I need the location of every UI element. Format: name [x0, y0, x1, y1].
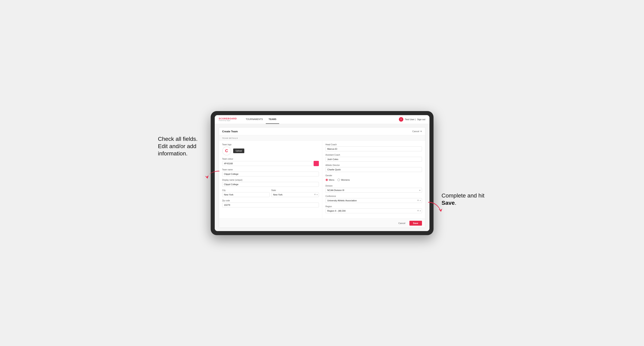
color-input-row — [222, 161, 319, 166]
division-select[interactable]: NCAA Division III — [326, 188, 422, 193]
user-name: Test User | — [405, 118, 416, 121]
gender-group: Gender Mens Womens — [326, 174, 422, 182]
gender-radio-group: Mens Womens — [326, 177, 422, 182]
gender-mens-radio[interactable] — [326, 179, 328, 181]
footer-save-button[interactable]: Save — [410, 221, 422, 226]
state-select-actions: ✕ ▾ — [314, 192, 319, 197]
modal-box: Create Team Cancel ✕ TEAM DETAILS — [219, 127, 426, 228]
state-select[interactable]: New York — [271, 192, 319, 197]
athletic-director-input[interactable] — [326, 167, 422, 172]
zip-code-group: Zip code — [222, 199, 319, 207]
head-coach-input[interactable] — [326, 147, 422, 151]
city-subgroup: City — [222, 189, 270, 197]
footer-cancel-button[interactable]: Cancel — [396, 221, 408, 225]
gender-label: Gender — [326, 174, 422, 177]
arrow-left — [203, 170, 221, 181]
close-icon: ✕ — [420, 130, 422, 133]
gender-womens-label: Womens — [341, 179, 350, 181]
color-swatch[interactable] — [314, 161, 319, 166]
region-select-wrapper: Region II - (M) DIII ✕ ▾ — [326, 208, 422, 213]
conference-select[interactable]: University Athletic Association — [326, 198, 422, 203]
form-right-col: Head Coach Assistant Coach Athletic Dire… — [322, 141, 425, 218]
zip-input[interactable] — [222, 202, 319, 207]
navbar: SCOREBOARD Powered by clippd TOURNAMENTS… — [215, 115, 430, 124]
conference-chevron-icon: ▾ — [420, 199, 421, 201]
modal-title: Create Team — [222, 130, 238, 133]
display-name-input[interactable] — [222, 182, 319, 187]
form-left-col: Team logo C Upload Team colo — [219, 141, 322, 218]
section-label: TEAM DETAILS — [219, 135, 425, 141]
gender-mens-label: Mens — [329, 179, 334, 181]
city-state-group: City State New York — [222, 189, 319, 197]
state-subgroup: State New York ✕ ▾ — [271, 189, 319, 197]
modal-area: Create Team Cancel ✕ TEAM DETAILS — [215, 124, 430, 231]
region-select-actions: ✕ ▾ — [417, 208, 422, 213]
city-state-row: City State New York — [222, 189, 319, 197]
display-name-group: Display name (unique) — [222, 179, 319, 187]
region-group: Region Region II - (M) DIII ✕ ▾ — [326, 205, 422, 213]
tablet-frame: SCOREBOARD Powered by clippd TOURNAMENTS… — [211, 111, 434, 235]
state-select-wrapper: New York ✕ ▾ — [271, 192, 319, 197]
annotation-left: Check all fields. Edit and/or add inform… — [158, 135, 207, 158]
region-clear-icon[interactable]: ✕ — [417, 209, 419, 212]
team-name-group: Team name — [222, 169, 319, 176]
team-colour-group: Team colour — [222, 158, 319, 166]
athletic-director-group: Athletic Director — [326, 164, 422, 172]
logo-area: C Upload — [222, 147, 319, 155]
conference-label: Conference — [326, 195, 422, 197]
gender-womens-option[interactable]: Womens — [338, 179, 350, 181]
asst-coach-input[interactable] — [326, 157, 422, 162]
modal-header: Create Team Cancel ✕ — [219, 128, 425, 135]
asst-coach-label: Assistant Coach — [326, 154, 422, 156]
region-chevron-icon: ▾ — [420, 210, 421, 212]
upload-logo-button[interactable]: Upload — [233, 149, 244, 153]
nav-right: T Test User | Sign out — [399, 117, 426, 122]
brand-title: SCOREBOARD — [219, 118, 237, 120]
head-coach-label: Head Coach — [326, 144, 422, 146]
nav-tournaments[interactable]: TOURNAMENTS — [243, 115, 266, 124]
team-colour-input[interactable] — [222, 161, 312, 166]
state-chevron-icon: ▾ — [317, 194, 318, 196]
team-colour-label: Team colour — [222, 158, 319, 160]
conference-clear-icon[interactable]: ✕ — [417, 199, 419, 202]
asst-coach-group: Assistant Coach — [326, 154, 422, 162]
annotation-right: Complete and hit Save. — [442, 192, 490, 207]
region-select[interactable]: Region II - (M) DIII — [326, 208, 422, 213]
modal-cancel-button[interactable]: Cancel ✕ — [412, 130, 422, 133]
user-avatar: T — [399, 117, 403, 122]
state-clear-icon[interactable]: ✕ — [314, 193, 316, 196]
division-group: Division NCAA Division III — [326, 185, 422, 193]
display-name-label: Display name (unique) — [222, 179, 319, 181]
brand-subtitle: Powered by clippd — [219, 120, 237, 121]
gender-womens-radio[interactable] — [338, 179, 340, 181]
sign-out-link[interactable]: Sign out — [417, 118, 425, 121]
form-body: Team logo C Upload Team colo — [219, 141, 425, 218]
conference-select-actions: ✕ ▾ — [417, 198, 422, 203]
team-name-label: Team name — [222, 169, 319, 171]
zip-label: Zip code — [222, 199, 319, 202]
brand-logo: SCOREBOARD Powered by clippd — [219, 118, 237, 121]
region-label: Region — [326, 205, 422, 208]
arrow-right — [426, 201, 445, 214]
division-select-wrapper: NCAA Division III — [326, 188, 422, 193]
state-label: State — [271, 189, 319, 191]
division-label: Division — [326, 185, 422, 187]
team-logo-preview: C — [222, 147, 231, 155]
city-input[interactable] — [222, 192, 270, 197]
tablet-screen: SCOREBOARD Powered by clippd TOURNAMENTS… — [215, 115, 430, 231]
head-coach-group: Head Coach — [326, 144, 422, 151]
conference-select-wrapper: University Athletic Association ✕ ▾ — [326, 198, 422, 203]
team-logo-label: Team logo — [222, 144, 319, 146]
modal-footer: Cancel Save — [219, 218, 425, 228]
conference-group: Conference University Athletic Associati… — [326, 195, 422, 203]
nav-teams[interactable]: TEAMS — [266, 115, 279, 124]
team-logo-group: Team logo C Upload — [222, 144, 319, 155]
team-name-input[interactable] — [222, 172, 319, 176]
nav-links: TOURNAMENTS TEAMS — [243, 115, 399, 124]
city-label: City — [222, 189, 270, 191]
athletic-director-label: Athletic Director — [326, 164, 422, 166]
gender-mens-option[interactable]: Mens — [326, 179, 334, 181]
